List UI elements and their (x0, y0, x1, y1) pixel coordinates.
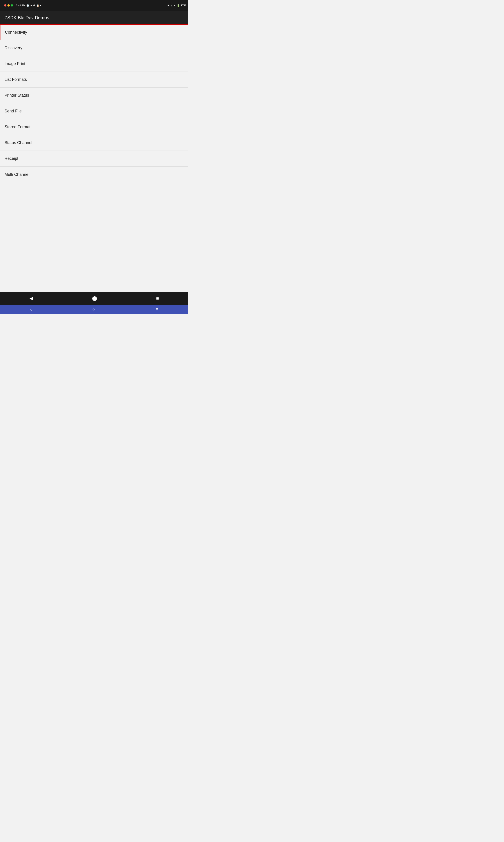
google-icon: G (33, 4, 35, 7)
minimize-dot (7, 4, 10, 6)
menu-list: Connectivity Discovery Image Print List … (0, 24, 188, 314)
menu-item-image-print[interactable]: Image Print (0, 56, 188, 72)
system-home-button[interactable]: ○ (92, 307, 95, 312)
menu-item-discovery[interactable]: Discovery (0, 40, 188, 56)
status-time: 2:48 PM (16, 4, 25, 7)
settings-icon: ✱ (30, 4, 32, 7)
bottom-nav: ◀ ⬤ ■ (0, 292, 188, 305)
menu-item-stored-format-label: Stored Format (4, 125, 31, 129)
wifi-icon: ▲ (174, 4, 176, 7)
status-right: ☀ ⊙ ▲ 🔋 ET56 (167, 4, 186, 7)
brightness-icon: ☀ (167, 4, 169, 7)
menu-item-stored-format[interactable]: Stored Format (0, 119, 188, 135)
menu-item-printer-status[interactable]: Printer Status (0, 88, 188, 103)
sync-icon: ⊙ (170, 4, 173, 7)
battery-level: ET56 (181, 4, 186, 7)
close-dot (4, 4, 6, 6)
menu-item-status-channel[interactable]: Status Channel (0, 135, 188, 151)
status-bar: 2:48 PM 🕐 ✱ G 📋 • ☀ ⊙ ▲ 🔋 ET56 (0, 0, 188, 11)
menu-item-multi-channel[interactable]: Multi Channel (0, 166, 188, 182)
menu-item-image-print-label: Image Print (4, 62, 25, 66)
menu-item-list-formats[interactable]: List Formats (0, 72, 188, 88)
menu-item-receipt[interactable]: Receipt (0, 151, 188, 166)
clock-icon: 🕐 (26, 4, 29, 7)
app-header: ZSDK Ble Dev Demos (0, 11, 188, 24)
status-left: 2:48 PM 🕐 ✱ G 📋 • (2, 3, 41, 8)
system-menu-button[interactable]: ≡ (156, 307, 158, 312)
traffic-dots (2, 3, 15, 8)
dot-icon: • (40, 4, 41, 7)
maximize-dot (11, 4, 13, 6)
app-container: 2:48 PM 🕐 ✱ G 📋 • ☀ ⊙ ▲ 🔋 ET56 ZSDK Ble … (0, 0, 188, 314)
menu-item-connectivity[interactable]: Connectivity (0, 24, 188, 40)
system-back-button[interactable]: ‹ (30, 307, 32, 312)
back-button[interactable]: ◀ (25, 293, 37, 303)
nfc-icon: 📋 (36, 4, 39, 7)
bottom-system-bar: ‹ ○ ≡ (0, 305, 188, 314)
menu-item-status-channel-label: Status Channel (4, 140, 32, 145)
menu-item-send-file-label: Send File (4, 109, 22, 113)
menu-item-printer-status-label: Printer Status (4, 93, 29, 98)
recents-button[interactable]: ■ (151, 294, 163, 303)
menu-item-list-formats-label: List Formats (4, 77, 27, 82)
menu-item-discovery-label: Discovery (4, 46, 22, 50)
app-title: ZSDK Ble Dev Demos (4, 15, 49, 20)
home-button[interactable]: ⬤ (88, 293, 102, 303)
menu-item-receipt-label: Receipt (4, 156, 18, 161)
menu-item-connectivity-label: Connectivity (5, 30, 27, 35)
battery-icon: 🔋 (177, 4, 180, 7)
menu-item-multi-channel-label: Multi Channel (4, 172, 29, 177)
menu-item-send-file[interactable]: Send File (0, 103, 188, 119)
